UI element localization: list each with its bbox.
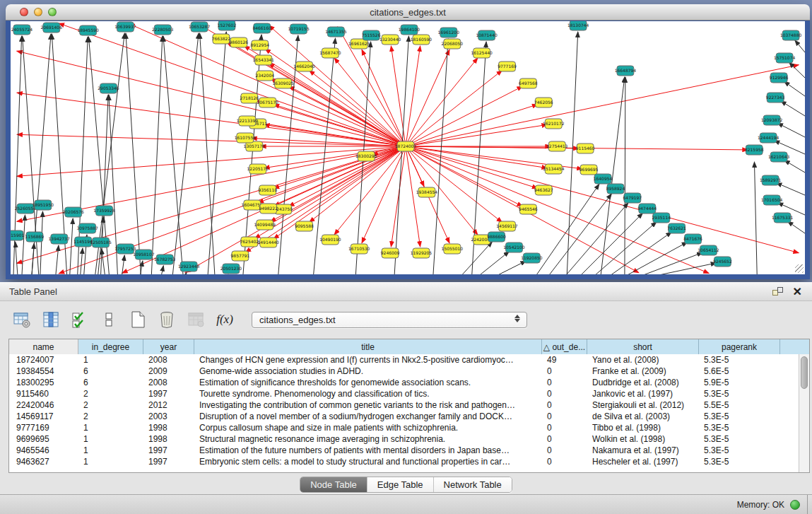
graph-node-30975887[interactable]: 30975887 <box>76 223 98 233</box>
column-header-in_degree[interactable]: in_degree <box>78 339 143 354</box>
graph-node-8912954[interactable]: 8912954 <box>250 40 269 50</box>
table-row[interactable]: 911546021997Tourette syndrome. Phenomeno… <box>9 388 799 399</box>
graph-node-9886600[interactable]: 9886600 <box>487 232 506 242</box>
table-selector-dropdown[interactable]: citations_edges.txt <box>252 312 527 328</box>
graph-node-19384554[interactable]: 19384554 <box>416 187 438 197</box>
table-row[interactable]: 1830029562008Estimation of significance … <box>9 377 799 388</box>
graph-node-16961200[interactable]: 16961200 <box>438 28 460 37</box>
graph-node-18945590[interactable]: 18945590 <box>77 25 99 35</box>
graph-node-6497568[interactable]: 6497568 <box>519 78 538 88</box>
table-row[interactable]: 1872400712008Changes of HCN gene express… <box>9 354 799 366</box>
graph-node-16125440[interactable]: 16125440 <box>471 48 493 58</box>
graph-node-9465546[interactable]: 9465546 <box>519 204 538 214</box>
graph-node-16648794[interactable]: 16648794 <box>615 66 637 76</box>
table-vertical-scrollbar[interactable] <box>799 354 809 472</box>
graph-node-10871440[interactable]: 10871440 <box>476 30 498 40</box>
table-row[interactable]: 1456911722003Disruption of a novel membe… <box>9 411 799 422</box>
graph-node-8471676[interactable]: 8471676 <box>683 234 702 244</box>
graph-node-15892971[interactable]: 15892971 <box>760 175 782 185</box>
graph-node-11920850[interactable]: 11920850 <box>521 253 543 263</box>
scrollbar-thumb[interactable] <box>801 356 808 389</box>
row-toggles-button[interactable] <box>98 309 119 330</box>
graph-node-16782753[interactable]: 16782753 <box>154 255 176 264</box>
graph-node-9245652[interactable]: 9245652 <box>713 257 732 267</box>
graph-node-18160590[interactable]: 18160590 <box>411 35 433 45</box>
graph-node-13230440[interactable]: 13230440 <box>379 35 401 45</box>
graph-node-10719155[interactable]: 10719155 <box>288 24 310 34</box>
graph-node-29053346[interactable]: 29053346 <box>98 83 119 93</box>
graph-node-13942737[interactable]: 13942737 <box>49 234 71 244</box>
table-row[interactable]: 2242004622012Investigating the contribut… <box>9 399 799 411</box>
graph-node-12505185[interactable]: 12505185 <box>90 238 112 247</box>
graph-node-11675331[interactable]: 11675331 <box>772 213 794 223</box>
graph-node-12205170[interactable]: 12205170 <box>247 164 269 174</box>
minimize-window-icon[interactable] <box>34 8 42 16</box>
graph-node-16309025[interactable]: 16309025 <box>272 78 294 88</box>
graph-node-17359928[interactable]: 17359928 <box>93 206 115 216</box>
graph-node-9115460[interactable]: 9115460 <box>576 144 595 153</box>
graph-node-2935114[interactable]: 2935114 <box>652 213 671 223</box>
graph-node-2342004[interactable]: 2342004 <box>255 71 274 81</box>
graph-node-16107554[interactable]: 16107554 <box>235 133 257 143</box>
graph-node-8466160[interactable]: 8466160 <box>252 23 271 33</box>
tab-node-table[interactable]: Node Table <box>300 477 367 492</box>
create-column-button[interactable] <box>127 309 148 330</box>
graph-node-20691406[interactable]: 20691406 <box>41 23 63 33</box>
graph-node-22280503[interactable]: 22280503 <box>152 25 174 35</box>
graph-node-10490190[interactable]: 10490190 <box>319 235 341 245</box>
graph-node-9463627[interactable]: 9463627 <box>534 185 553 195</box>
table-row[interactable]: 946554611997Estimation of the future num… <box>9 445 799 456</box>
graph-node-7462056[interactable]: 7462056 <box>534 98 553 107</box>
zoom-window-icon[interactable] <box>48 8 57 16</box>
close-window-icon[interactable] <box>20 8 28 16</box>
graph-node-12213399[interactable]: 12213399 <box>237 116 259 126</box>
graph-node-1156869[interactable]: 1156869 <box>25 232 45 242</box>
table-row[interactable]: 969969511998Structural magnetic resonanc… <box>9 433 799 445</box>
graph-node-18951950[interactable]: 18951950 <box>33 200 54 210</box>
column-header-short[interactable]: short <box>587 339 699 354</box>
graph-node-12093872[interactable]: 12093872 <box>761 115 783 125</box>
graph-node-9095588[interactable]: 9095588 <box>295 221 314 231</box>
graph-node-16210643[interactable]: 16210643 <box>768 152 790 162</box>
float-window-icon[interactable] <box>772 287 783 296</box>
function-builder-button[interactable]: f(x) <box>214 309 235 330</box>
graph-node-16210172[interactable]: 16210172 <box>543 119 565 129</box>
graph-node-18724007[interactable]: 18724007 <box>395 141 417 151</box>
graph-node-10374880[interactable]: 10374880 <box>780 30 802 40</box>
window-titlebar[interactable]: citations_edges.txt <box>6 4 810 21</box>
graph-node-10653287[interactable]: 10653287 <box>189 22 211 32</box>
graph-node-22068050[interactable]: 22068050 <box>442 39 464 49</box>
graph-node-19864100[interactable]: 19864100 <box>399 25 420 35</box>
graph-node-9246009[interactable]: 9246009 <box>381 248 400 258</box>
graph-node-8215958[interactable]: 8215958 <box>745 145 764 155</box>
graph-node-14569117[interactable]: 14569117 <box>496 221 518 231</box>
graph-node-9474444[interactable]: 9474444 <box>638 204 657 214</box>
column-header-title[interactable]: title <box>194 339 542 354</box>
graph-node-6479197[interactable]: 6479197 <box>623 193 642 203</box>
delete-table-button[interactable] <box>185 309 206 330</box>
graph-node-15055010[interactable]: 15055010 <box>442 244 464 254</box>
graph-node-15687470[interactable]: 15687470 <box>319 48 341 58</box>
graph-node-7515526[interactable]: 7515526 <box>362 30 381 40</box>
column-header-name[interactable]: name <box>9 339 78 354</box>
graph-node-9129946[interactable]: 9129946 <box>770 73 789 83</box>
graph-node-14662040[interactable]: 14662040 <box>293 62 315 71</box>
graph-node-18300295[interactable]: 18300295 <box>355 151 377 161</box>
graph-node-7625402[interactable]: 7625402 <box>240 237 259 247</box>
graph-node-24055724[interactable]: 24055724 <box>11 25 33 35</box>
show-columns-button[interactable] <box>40 309 61 330</box>
tab-edge-table[interactable]: Edge Table <box>367 477 433 492</box>
graph-node-10639937[interactable]: 10639937 <box>114 22 136 32</box>
graph-node-10654112[interactable]: 10654112 <box>698 245 719 255</box>
column-header-pagerank[interactable]: pagerank <box>699 339 780 354</box>
graph-node-14671355[interactable]: 14671355 <box>325 27 347 37</box>
graph-node-14099489[interactable]: 14099489 <box>254 220 276 230</box>
graph-node-15134454[interactable]: 15134454 <box>543 164 565 174</box>
graph-node-9857791[interactable]: 9857791 <box>231 251 250 261</box>
graph-node-2718126[interactable]: 2718126 <box>240 93 259 103</box>
column-header-year[interactable]: year <box>143 339 194 354</box>
graph-node-9227343[interactable]: 9227343 <box>766 93 785 103</box>
column-header-out_de[interactable]: △ out_de... <box>542 339 587 354</box>
tab-network-table[interactable]: Network Table <box>433 477 512 492</box>
graph-node-12444194[interactable]: 12444194 <box>758 133 779 143</box>
